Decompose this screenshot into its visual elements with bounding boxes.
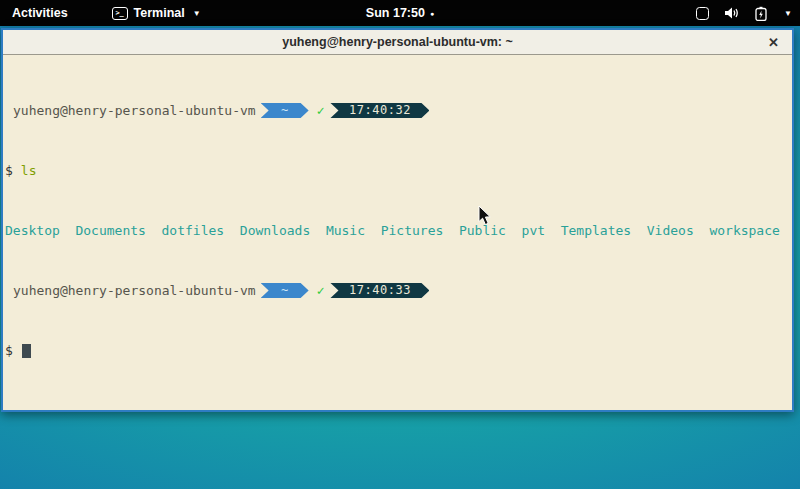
- battery-charging-icon: [755, 6, 767, 21]
- command-line: $ ls: [5, 163, 790, 178]
- checkmark-icon: ✓: [317, 103, 325, 118]
- system-menu-chevron-icon: ▼: [784, 9, 792, 18]
- prompt-line-1: yuheng@henry-personal-ubuntu-vm ~ ✓ 17:4…: [5, 103, 790, 118]
- clock-button[interactable]: Sun 17:50 ●: [366, 0, 434, 26]
- clock-label: Sun 17:50: [366, 6, 425, 20]
- volume-icon: [724, 6, 740, 20]
- window-titlebar[interactable]: yuheng@henry-personal-ubuntu-vm: ~ ✕: [3, 30, 792, 55]
- checkmark-icon: ✓: [317, 283, 325, 298]
- typed-command: ls: [21, 163, 37, 178]
- window-title: yuheng@henry-personal-ubuntu-vm: ~: [282, 35, 513, 49]
- prompt-path: ~: [281, 103, 288, 118]
- app-menu-terminal[interactable]: >_ Terminal ▼: [106, 0, 207, 26]
- top-bar: Activities >_ Terminal ▼ Sun 17:50 ●: [0, 0, 800, 26]
- terminal-cursor: [22, 344, 31, 358]
- prompt-line-2: yuheng@henry-personal-ubuntu-vm ~ ✓ 17:4…: [5, 283, 790, 298]
- prompt-time-1: 17:40:32: [349, 103, 411, 118]
- prompt-time-2: 17:40:33: [349, 283, 411, 298]
- directory-listing: Desktop Documents dotfiles Downloads Mus…: [5, 223, 780, 238]
- prompt-path: ~: [281, 283, 288, 298]
- desktop-screen: Activities >_ Terminal ▼ Sun 17:50 ●: [0, 0, 800, 489]
- powerline-path-segment: ~: [261, 283, 309, 298]
- notification-dot: ●: [430, 10, 434, 17]
- terminal-window: yuheng@henry-personal-ubuntu-vm: ~ ✕ yuh…: [1, 28, 794, 412]
- app-menu-label: Terminal: [134, 6, 185, 20]
- prompt-user-host: yuheng@henry-personal-ubuntu-vm: [13, 103, 256, 118]
- close-button[interactable]: ✕: [768, 30, 779, 54]
- prompt-user-host: yuheng@henry-personal-ubuntu-vm: [13, 283, 256, 298]
- terminal-body[interactable]: yuheng@henry-personal-ubuntu-vm ~ ✓ 17:4…: [3, 55, 792, 406]
- powerline-time-segment: 17:40:32: [330, 103, 429, 118]
- network-wired-icon: [696, 7, 709, 20]
- activities-label: Activities: [12, 6, 68, 20]
- input-line: $: [5, 343, 790, 358]
- terminal-app-icon: >_: [112, 7, 128, 20]
- powerline-path-segment: ~: [261, 103, 309, 118]
- chevron-down-icon: ▼: [193, 9, 201, 18]
- system-status-area[interactable]: ▼: [696, 0, 792, 26]
- desktop-wallpaper: yuheng@henry-personal-ubuntu-vm: ~ ✕ yuh…: [0, 26, 800, 489]
- activities-button[interactable]: Activities: [0, 0, 80, 26]
- prompt-dollar: $: [5, 163, 13, 178]
- powerline-time-segment: 17:40:33: [330, 283, 429, 298]
- prompt-dollar: $: [5, 343, 13, 358]
- ls-output-line: Desktop Documents dotfiles Downloads Mus…: [5, 223, 790, 238]
